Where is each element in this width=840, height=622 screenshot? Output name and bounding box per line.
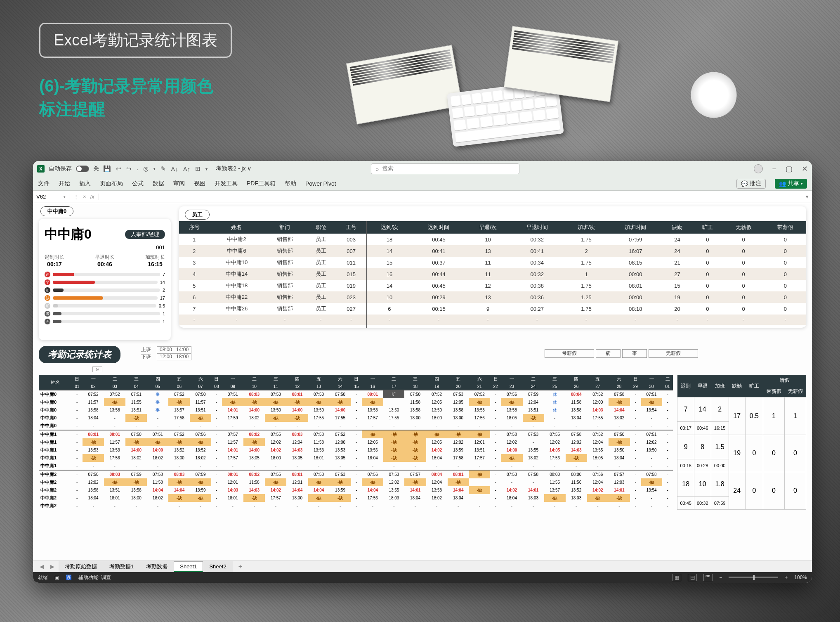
employee-role-badge: 人事部/经理 bbox=[125, 230, 165, 239]
decorative-thumbs bbox=[351, 21, 619, 140]
normal-view-icon[interactable]: ▦ bbox=[672, 574, 681, 581]
minimize-icon[interactable]: − bbox=[772, 165, 776, 173]
status-ready: 就绪 bbox=[38, 574, 48, 581]
stat-bar: 带 1 bbox=[45, 311, 165, 317]
worksheet[interactable]: 中中庸0 中中庸0 人事部/经理 001 迟到时长00:17 早退时长00:46… bbox=[33, 203, 812, 561]
sheet-tab[interactable]: Sheet2 bbox=[203, 561, 232, 572]
tab-formulas[interactable]: 公式 bbox=[132, 180, 144, 187]
search-placeholder: 搜索 bbox=[382, 165, 394, 173]
page-layout-view-icon[interactable]: ▤ bbox=[688, 574, 697, 581]
stat-bar: 无 1 bbox=[45, 319, 165, 324]
selected-employee-pill[interactable]: 中中庸0 bbox=[40, 206, 73, 216]
subtitle: (6)-考勤记录异常用颜色 标注提醒 bbox=[39, 74, 213, 121]
employee-filter-pill[interactable]: 员工 bbox=[185, 210, 210, 220]
summary-table: 迟到早退加班缺勤旷工请假带薪假无薪假7142170.51100:1700:461… bbox=[677, 375, 806, 510]
tab-help[interactable]: 帮助 bbox=[285, 180, 296, 187]
maximize-icon[interactable]: ▢ bbox=[786, 164, 793, 173]
schedule-info: 上班08:0014:00 下班12:0018:00 bbox=[141, 346, 191, 360]
page-break-view-icon[interactable]: 罒 bbox=[703, 574, 713, 581]
attendance-table: 姓名日一二三四五六日一二三四五六日一二三四五六日一二三四五六日一二0102030… bbox=[39, 375, 673, 510]
fx-cancel-icon[interactable]: ⋮ bbox=[73, 194, 79, 200]
filename[interactable]: 考勤表2 - jx ∨ bbox=[216, 165, 251, 173]
chevron-down-icon: ▾ bbox=[64, 195, 66, 199]
stat-bar: 迟 7 bbox=[45, 272, 165, 277]
fx-icon[interactable]: fx bbox=[90, 194, 94, 200]
add-sheet-icon[interactable]: + bbox=[234, 563, 246, 570]
legend: 带薪假 病 事 无薪假 bbox=[544, 349, 699, 358]
share-button[interactable]: 👥 共享 ▾ bbox=[775, 179, 807, 189]
toggle-icon[interactable]: ⊞ bbox=[195, 165, 201, 173]
close-icon[interactable]: ✕ bbox=[802, 164, 808, 173]
search-icon: ⌕ bbox=[375, 166, 379, 172]
tab-layout[interactable]: 页面布局 bbox=[100, 180, 123, 187]
autosave-toggle[interactable] bbox=[76, 166, 89, 172]
stats-bars: 迟 7早 14加 2缺 17旷 0.5带 1无 1 bbox=[45, 272, 165, 324]
titlebar: X 自动保存 关 💾 ↩ ↪ · ◎ ▾ ✎ A↓ A↑ ⊞ ▾ 考勤表2 - … bbox=[33, 161, 812, 177]
format-icon[interactable]: ✎ bbox=[160, 165, 166, 173]
stat-bar: 缺 17 bbox=[45, 295, 165, 301]
tab-file[interactable]: 文件 bbox=[38, 180, 50, 187]
employee-table-card: 员工 序号姓名部门职位工号迟到/次迟到时间早退/次早退时间加班/次加班时间缺勤旷… bbox=[179, 206, 806, 328]
qat-more-icon[interactable]: ▾ bbox=[205, 167, 208, 171]
tab-dev[interactable]: 开发工具 bbox=[215, 180, 238, 187]
section-title: 考勤记录统计表 bbox=[39, 346, 120, 363]
accessibility-status: 辅助功能: 调查 bbox=[78, 574, 111, 581]
camera-icon[interactable]: ◎ bbox=[143, 165, 149, 173]
sheet-nav-next-icon[interactable]: ▶ bbox=[48, 563, 57, 570]
sheet-tab[interactable]: 考勤原始数据 bbox=[59, 561, 103, 572]
accessibility-icon[interactable]: ♿ bbox=[66, 575, 72, 580]
excel-window: X 自动保存 关 💾 ↩ ↪ · ◎ ▾ ✎ A↓ A↑ ⊞ ▾ 考勤表2 - … bbox=[33, 161, 812, 583]
comments-icon: 💬 bbox=[741, 180, 748, 187]
excel-icon: X bbox=[37, 165, 45, 173]
status-bar: 就绪 ▣ ♿ 辅助功能: 调查 ▦ ▤ 罒 − + 100% bbox=[33, 572, 812, 583]
redo-icon[interactable]: ↪ bbox=[126, 165, 132, 173]
stat-bar: 早 14 bbox=[45, 279, 165, 285]
thumb-spreadsheet-1 bbox=[346, 45, 462, 125]
employee-number: 001 bbox=[45, 244, 165, 251]
chevron-down-icon: ▾ bbox=[801, 182, 803, 186]
sheet-tab[interactable]: Sheet1 bbox=[174, 561, 203, 572]
stat-bar: 旷 0.5 bbox=[45, 303, 165, 309]
tab-powerpivot[interactable]: Power Pivot bbox=[305, 180, 336, 187]
zoom-out-icon[interactable]: − bbox=[719, 575, 722, 580]
formula-expand-icon[interactable]: ▾ bbox=[802, 194, 812, 200]
tab-view[interactable]: 视图 bbox=[194, 180, 205, 187]
tab-insert[interactable]: 插入 bbox=[79, 180, 91, 187]
autosave-label: 自动保存 bbox=[49, 165, 72, 173]
sort-desc-icon[interactable]: A↑ bbox=[183, 166, 191, 173]
quick-access-toolbar: 💾 ↩ ↪ · ◎ ▾ ✎ A↓ A↑ ⊞ ▾ bbox=[103, 165, 208, 173]
time-stats: 迟到时长00:17 早退时长00:46 加班时长16:15 bbox=[45, 254, 165, 267]
title-box: Excel考勤记录统计图表 bbox=[39, 23, 232, 58]
employee-summary-card: 中中庸0 人事部/经理 001 迟到时长00:17 早退时长00:46 加班时长… bbox=[39, 219, 171, 340]
sheet-tab[interactable]: 考勤数据1 bbox=[103, 561, 140, 572]
employee-name: 中中庸0 bbox=[45, 225, 92, 244]
qat-sep: · bbox=[137, 166, 138, 173]
share-icon: 👥 bbox=[779, 180, 786, 187]
zoom-level[interactable]: 100% bbox=[794, 575, 807, 580]
comments-button[interactable]: 💬 批注 bbox=[736, 179, 766, 189]
sort-asc-icon[interactable]: A↓ bbox=[171, 166, 178, 173]
search-box[interactable]: ⌕ 搜索 bbox=[371, 163, 519, 174]
sheet-nav-prev-icon[interactable]: ◀ bbox=[37, 563, 46, 570]
autosave-state: 关 bbox=[93, 165, 99, 173]
zoom-slider[interactable] bbox=[729, 577, 778, 578]
user-avatar[interactable] bbox=[754, 164, 763, 173]
ribbon: 文件 开始 插入 页面布局 公式 数据 审阅 视图 开发工具 PDF工具箱 帮助… bbox=[33, 177, 812, 191]
fx-confirm-icon[interactable]: × bbox=[83, 194, 86, 200]
stat-bar: 加 2 bbox=[45, 287, 165, 293]
formula-bar: V62 ▾ ⋮ × fx ▾ bbox=[33, 191, 812, 203]
title-text: Excel考勤记录统计图表 bbox=[54, 31, 217, 49]
name-box[interactable]: V62 ▾ bbox=[33, 194, 69, 200]
tab-home[interactable]: 开始 bbox=[59, 180, 70, 187]
tab-data[interactable]: 数据 bbox=[153, 180, 164, 187]
save-icon[interactable]: 💾 bbox=[103, 165, 111, 173]
employee-table: 序号姓名部门职位工号迟到/次迟到时间早退/次早退时间加班/次加班时间缺勤旷工无薪… bbox=[179, 221, 806, 328]
tab-pdf[interactable]: PDF工具箱 bbox=[247, 180, 276, 187]
undo-icon[interactable]: ↩ bbox=[116, 165, 121, 173]
camera-dd-icon[interactable]: ▾ bbox=[153, 167, 156, 171]
sheet-tab[interactable]: 考勤数据 bbox=[140, 561, 174, 572]
record-macro-icon[interactable]: ▣ bbox=[54, 575, 59, 580]
sheet-tabs: ◀ ▶ 考勤原始数据考勤数据1考勤数据Sheet1Sheet2 + bbox=[33, 561, 812, 572]
zoom-in-icon[interactable]: + bbox=[785, 575, 788, 580]
tab-review[interactable]: 审阅 bbox=[173, 180, 185, 187]
